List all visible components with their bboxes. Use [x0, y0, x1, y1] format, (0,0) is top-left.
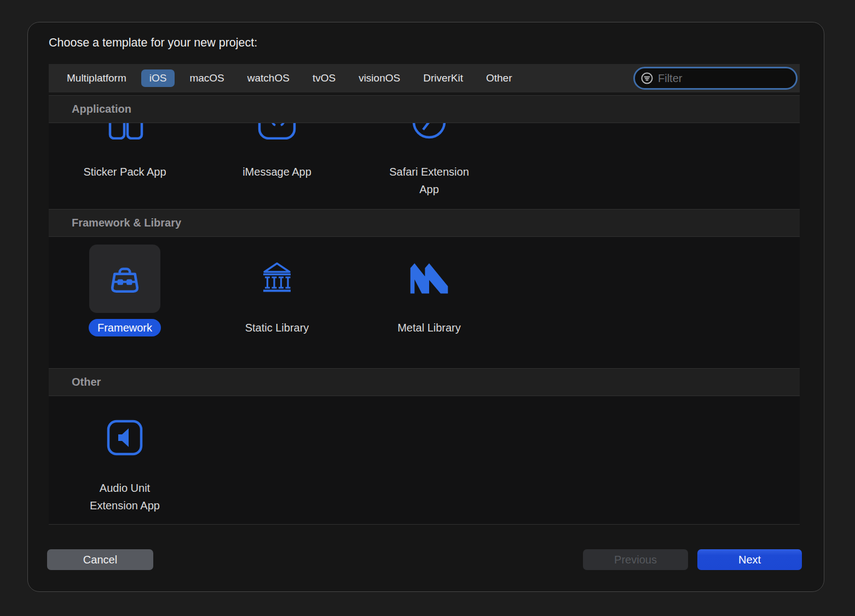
previous-button[interactable]: Previous — [583, 549, 688, 570]
sticker-pack-icon — [49, 123, 201, 140]
platform-tabbar: Multiplatform iOS macOS watchOS tvOS vis… — [49, 64, 800, 92]
template-item-imessage-app[interactable]: iMessage App — [201, 123, 353, 181]
section-header-application: Application — [49, 95, 800, 123]
tab-macos[interactable]: macOS — [189, 69, 224, 87]
template-item-label: Audio Unit Extension App — [74, 479, 176, 514]
filter-input[interactable] — [658, 72, 790, 85]
template-item-static-library[interactable]: Static Library — [201, 237, 353, 336]
tab-visionos[interactable]: visionOS — [359, 69, 400, 87]
selected-icon-tile[interactable] — [89, 245, 160, 313]
filter-lines-icon — [641, 72, 653, 84]
template-item-audio-unit-extension-app[interactable]: Audio Unit Extension App — [49, 396, 201, 514]
imessage-bubble-icon — [201, 123, 353, 140]
tab-tvos[interactable]: tvOS — [313, 69, 336, 87]
toolbox-icon — [107, 260, 143, 297]
tab-multiplatform[interactable]: Multiplatform — [67, 69, 126, 87]
speaker-app-icon — [106, 419, 143, 456]
section-other-row: Audio Unit Extension App — [49, 396, 800, 525]
section-title: Framework & Library — [72, 217, 181, 229]
tab-driverkit[interactable]: DriverKit — [423, 69, 463, 87]
template-item-metal-library[interactable]: Metal Library — [353, 237, 505, 336]
tab-watchos[interactable]: watchOS — [247, 69, 290, 87]
dialog-footer: Cancel Previous Next — [47, 549, 802, 570]
cancel-button[interactable]: Cancel — [47, 549, 153, 570]
template-item-label: Safari Extension App — [379, 163, 480, 198]
filter-field[interactable] — [633, 67, 798, 90]
section-header-framework-library: Framework & Library — [49, 209, 800, 237]
template-list: Application Sticker Pack App — [49, 92, 800, 525]
section-title: Other — [72, 376, 101, 388]
template-item-label: Static Library — [245, 319, 309, 336]
next-button[interactable]: Next — [697, 549, 802, 570]
template-item-label: iMessage App — [242, 163, 311, 181]
tab-ios[interactable]: iOS — [141, 69, 175, 87]
template-item-label-selected: Framework — [89, 319, 161, 336]
template-item-safari-extension-app[interactable]: Safari Extension App — [353, 123, 505, 198]
new-project-dialog: Choose a template for your new project: … — [27, 22, 824, 592]
bank-columns-icon — [259, 260, 295, 295]
section-header-other: Other — [49, 368, 800, 396]
safari-compass-icon — [353, 123, 505, 140]
template-item-framework[interactable]: Framework — [49, 237, 201, 336]
section-application-row: Sticker Pack App iMessage App — [49, 123, 800, 209]
section-framework-library-row: Framework St — [49, 237, 800, 368]
template-item-label: Metal Library — [397, 319, 461, 336]
template-item-sticker-pack-app[interactable]: Sticker Pack App — [49, 123, 201, 181]
desktop-background: { "dialog": { "title": "Choose a templat… — [0, 0, 855, 616]
tab-other[interactable]: Other — [486, 69, 512, 87]
section-title: Application — [72, 103, 131, 115]
template-item-label: Sticker Pack App — [83, 163, 166, 181]
dialog-title: Choose a template for your new project: — [49, 36, 257, 50]
metal-m-icon — [407, 261, 451, 295]
